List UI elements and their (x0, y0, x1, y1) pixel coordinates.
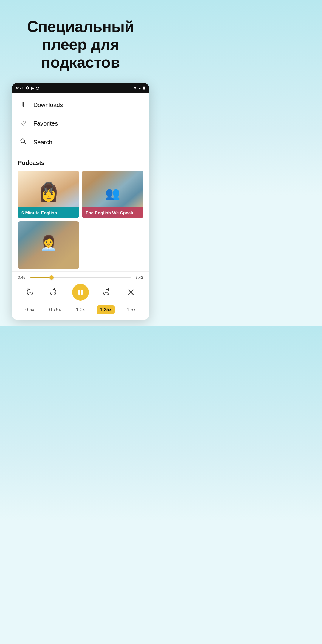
status-time: 9:21 (16, 86, 24, 90)
progress-fill (30, 277, 50, 278)
phone-mockup: 9:21 ⚙ ▶ ◎ ▼ ▲ ▮ ⬇ Downloads ♡ Favorites (12, 83, 149, 320)
svg-text:10: 10 (105, 291, 108, 294)
download-icon: ⬇ (19, 101, 27, 109)
pause-button[interactable] (72, 284, 89, 301)
player-section: 0:45 3:42 5 (12, 271, 149, 320)
controls-row: 5 5 (18, 284, 143, 301)
drawer-menu: ⬇ Downloads ♡ Favorites Search (12, 93, 149, 155)
status-bar: 9:21 ⚙ ▶ ◎ ▼ ▲ ▮ (12, 83, 149, 93)
podcasts-heading: Podcasts (18, 160, 143, 166)
progress-row: 0:45 3:42 (18, 275, 143, 280)
podcast-card-2[interactable]: 👥 The English We Speak (82, 171, 143, 218)
podcasts-section: Podcasts 👩 🎧 6 Minute English (12, 155, 149, 271)
heart-icon: ♡ (19, 120, 27, 127)
progress-track[interactable] (30, 277, 131, 278)
drawer-label-favorites: Favorites (33, 120, 58, 127)
podcast-label-1: 6 Minute English (18, 207, 79, 218)
progress-thumb[interactable] (49, 275, 54, 280)
close-button[interactable] (123, 285, 138, 300)
skip-back-button[interactable]: 5 (47, 285, 62, 300)
drawer-label-downloads: Downloads (33, 102, 63, 109)
drawer-item-search[interactable]: Search (12, 133, 149, 152)
wifi-icon: ▼ (133, 86, 137, 90)
podcast-card-1[interactable]: 👩 🎧 6 Minute English (18, 171, 79, 218)
phone-mockup-wrapper: 9:21 ⚙ ▶ ◎ ▼ ▲ ▮ ⬇ Downloads ♡ Favorites (0, 83, 161, 326)
current-time: 0:45 (18, 275, 27, 280)
signal-icon: ▲ (138, 86, 142, 90)
speed-1-25x[interactable]: 1.25x (97, 305, 115, 314)
search-icon (19, 138, 27, 146)
play-icon: ▶ (31, 86, 34, 90)
speed-1-5x[interactable]: 1.5x (124, 305, 139, 314)
podcasts-grid: 👩 🎧 6 Minute English 👥 The English We Sp… (18, 171, 143, 269)
gear-icon: ⚙ (26, 86, 29, 90)
status-bar-right: ▼ ▲ ▮ (133, 86, 145, 90)
speed-0-5x[interactable]: 0.5x (22, 305, 37, 314)
svg-rect-5 (81, 290, 83, 295)
svg-text:5: 5 (29, 291, 31, 294)
skip-forward-button[interactable]: 10 (99, 285, 114, 300)
speed-1-0x[interactable]: 1.0x (73, 305, 88, 314)
svg-rect-4 (78, 290, 80, 295)
drawer-item-favorites[interactable]: ♡ Favorites (12, 114, 149, 133)
speed-0-75x[interactable]: 0.75x (46, 305, 64, 314)
battery-icon: ▮ (143, 86, 145, 90)
speed-row: 0.5x 0.75x 1.0x 1.25x 1.5x (18, 305, 143, 317)
status-bar-left: 9:21 ⚙ ▶ ◎ (16, 86, 39, 90)
hero-section: Специальный плеер для подкастов (0, 0, 161, 83)
antenna-icon: ◎ (36, 86, 39, 90)
replay-button[interactable]: 5 (23, 285, 38, 300)
hero-title: Специальный плеер для подкастов (12, 18, 149, 71)
total-time: 3:42 (134, 275, 143, 280)
drawer-label-search: Search (33, 139, 52, 146)
podcast-card-3[interactable]: 👩‍💼 (18, 221, 79, 269)
podcast-label-2: The English We Speak (82, 207, 143, 218)
drawer-item-downloads[interactable]: ⬇ Downloads (12, 96, 149, 114)
svg-line-1 (24, 142, 26, 144)
svg-text:5: 5 (54, 291, 55, 294)
